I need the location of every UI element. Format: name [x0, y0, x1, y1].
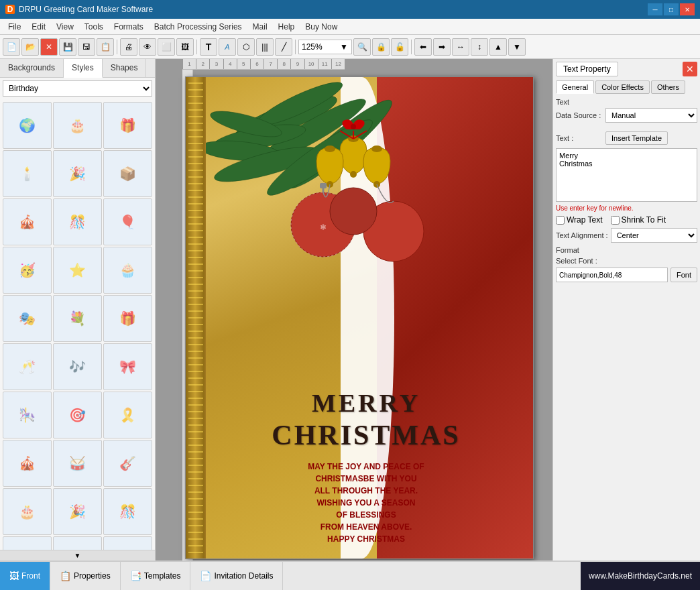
menu-formats[interactable]: Formats	[109, 21, 149, 33]
thumb-10[interactable]: 🥳	[3, 247, 52, 294]
delete-button[interactable]: ✕	[40, 38, 58, 56]
tab-backgrounds[interactable]: Backgrounds	[0, 59, 64, 77]
menu-buynow[interactable]: Buy Now	[300, 21, 343, 33]
tab-templates[interactable]: 📑 Templates	[121, 562, 191, 590]
thumb-11[interactable]: ⭐	[53, 247, 102, 294]
thumb-27[interactable]: 🎊	[103, 488, 152, 535]
flip-h-button[interactable]: ↔	[452, 38, 469, 56]
tab-styles[interactable]: Styles	[64, 59, 103, 78]
preview-button[interactable]: 👁	[139, 38, 156, 56]
menu-tools[interactable]: Tools	[79, 21, 109, 33]
menu-mail[interactable]: Mail	[247, 21, 273, 33]
zoom-input[interactable]	[302, 42, 339, 52]
thumb-26[interactable]: 🎉	[53, 488, 102, 535]
menu-batch[interactable]: Batch Processing Series	[149, 21, 247, 33]
save-as-button[interactable]: 🖫	[78, 38, 95, 56]
thumb-4[interactable]: 🕯️	[3, 150, 52, 197]
thumb-7[interactable]: 🎪	[3, 198, 52, 245]
thumb-30[interactable]: ⭐	[103, 536, 152, 550]
toolbar-sep-4	[411, 40, 412, 54]
thumb-9[interactable]: 🎈	[103, 198, 152, 245]
new-button[interactable]: 📄	[3, 38, 20, 56]
text-property-title[interactable]: Text Property	[556, 62, 618, 76]
print-button[interactable]: 🖨	[120, 38, 137, 56]
menu-edit[interactable]: Edit	[26, 21, 51, 33]
scroll-down-arrow[interactable]: ▼	[0, 550, 155, 560]
font-button[interactable]: Font	[670, 268, 697, 282]
move-back-button[interactable]: ▼	[508, 38, 526, 56]
flip-v-button[interactable]: ↕	[471, 38, 488, 56]
text-input-row: Text : Insert Template	[556, 131, 697, 145]
text-button[interactable]: T	[200, 38, 217, 56]
tab-properties[interactable]: 📋 Properties	[50, 562, 121, 590]
thumb-13[interactable]: 🎭	[3, 295, 52, 342]
thumb-22[interactable]: 🎪	[3, 440, 52, 487]
greeting-card[interactable]: ❄ MERRY CHRISTMAS MAY THE JOY AND PEACE …	[185, 76, 534, 559]
align-right-button[interactable]: ➡	[433, 38, 451, 56]
menu-file[interactable]: File	[3, 21, 26, 33]
thumb-29[interactable]: 💝	[53, 536, 102, 550]
insert-template-button[interactable]: Insert Template	[605, 131, 668, 145]
wrap-text-checkbox[interactable]	[556, 216, 565, 225]
shrink-to-fit-label: Shrink To Fit	[622, 215, 666, 225]
save-button[interactable]: 💾	[59, 38, 76, 56]
minimize-button[interactable]: ─	[648, 3, 662, 15]
align-left-button[interactable]: ⬅	[414, 38, 432, 56]
tab-invitation-details[interactable]: 📄 Invitation Details	[190, 562, 283, 590]
shrink-to-fit-checkbox[interactable]	[611, 216, 620, 225]
barcode-button[interactable]: |||	[256, 38, 274, 56]
thumb-5[interactable]: 🎉	[53, 150, 102, 197]
menu-view[interactable]: View	[51, 21, 79, 33]
thumb-2[interactable]: 🎂	[53, 102, 102, 149]
thumb-23[interactable]: 🥁	[53, 440, 102, 487]
line-button[interactable]: ╱	[275, 38, 292, 56]
select-font-label: Select Font :	[556, 257, 697, 265]
text-alignment-select[interactable]: Center Left Right Justify	[611, 228, 697, 243]
lock-button[interactable]: 🔒	[372, 38, 390, 56]
tab-others[interactable]: Others	[651, 80, 685, 94]
thumb-15[interactable]: 🎁	[103, 295, 152, 342]
data-source-select[interactable]: Manual Database	[605, 108, 697, 123]
thumb-17[interactable]: 🎶	[53, 343, 102, 390]
thumb-25[interactable]: 🎂	[3, 488, 52, 535]
thumb-19[interactable]: 🎠	[3, 392, 52, 438]
tab-color-effects[interactable]: Color Effects	[595, 80, 650, 94]
zoom-dropdown-icon[interactable]: ▼	[340, 42, 348, 52]
title-bar: D DRPU Greeting Card Maker Software ─ □ …	[0, 0, 700, 19]
image-button[interactable]: 🖼	[176, 38, 194, 56]
open-button[interactable]: 📂	[21, 38, 39, 56]
tab-general[interactable]: General	[556, 80, 594, 94]
tab-front[interactable]: 🖼 Front	[0, 562, 50, 590]
copy-button[interactable]: 📋	[97, 38, 114, 56]
export-button[interactable]: ⬜	[158, 38, 175, 56]
thumb-14[interactable]: 💐	[53, 295, 102, 342]
move-front-button[interactable]: ▲	[489, 38, 507, 56]
thumb-6[interactable]: 📦	[103, 150, 152, 197]
thumb-3[interactable]: 🎁	[103, 102, 152, 149]
font-value-input[interactable]	[556, 268, 668, 282]
thumb-28[interactable]: 🥳	[3, 536, 52, 550]
property-close-button[interactable]: ✕	[683, 62, 697, 76]
thumbnails-grid: 🌍 🎂 🎁 🕯️ 🎉 📦 🎪 🎊 🎈 🥳 ⭐ 🧁 🎭 💐 🎁 🥂 🎶 🎀 🎠 🎯…	[0, 99, 155, 550]
thumb-21[interactable]: 🎗️	[103, 392, 152, 438]
shape-button[interactable]: ⬡	[237, 38, 255, 56]
menu-help[interactable]: Help	[273, 21, 300, 33]
tab-shapes[interactable]: Shapes	[103, 59, 147, 77]
wordart-button[interactable]: A	[219, 38, 236, 56]
toolbar-sep-2	[196, 40, 197, 54]
thumb-18[interactable]: 🎀	[103, 343, 152, 390]
thumb-8[interactable]: 🎊	[53, 198, 102, 245]
thumb-16[interactable]: 🥂	[3, 343, 52, 390]
text-content-area[interactable]: Merry Christmas	[556, 148, 697, 202]
close-button[interactable]: ✕	[680, 3, 695, 15]
thumb-1[interactable]: 🌍	[3, 102, 52, 149]
unlock-button[interactable]: 🔓	[391, 38, 408, 56]
invitation-icon: 📄	[200, 571, 211, 581]
thumb-24[interactable]: 🎸	[103, 440, 152, 487]
category-select[interactable]: Birthday	[3, 80, 152, 97]
thumb-20[interactable]: 🎯	[53, 392, 102, 438]
zoom-out-button[interactable]: 🔍	[353, 38, 371, 56]
thumb-12[interactable]: 🧁	[103, 247, 152, 294]
maximize-button[interactable]: □	[664, 3, 679, 15]
svg-point-14	[371, 145, 382, 152]
